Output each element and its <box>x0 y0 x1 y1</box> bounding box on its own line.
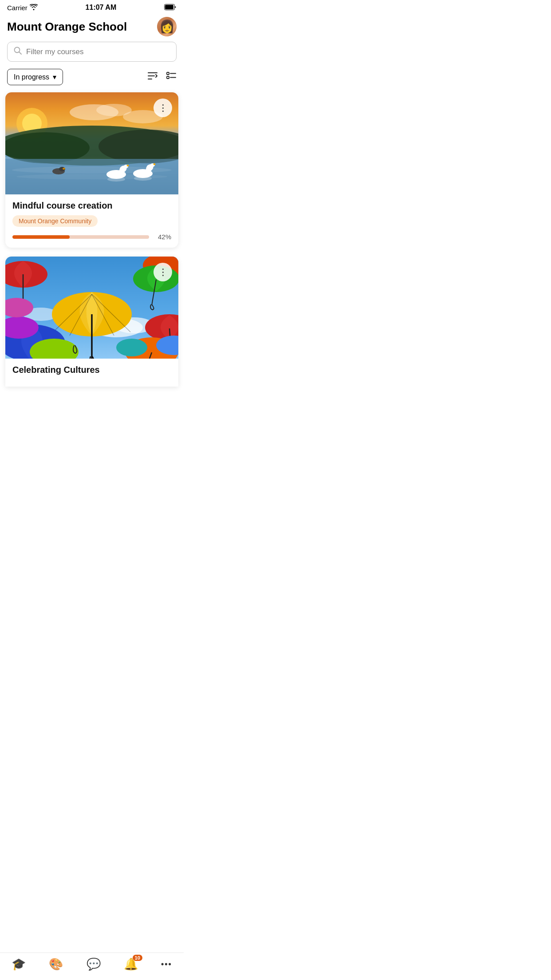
more-options-button-2[interactable]: ⋮ <box>153 263 172 281</box>
progress-bar-background <box>12 235 149 239</box>
svg-line-3 <box>19 52 21 54</box>
svg-point-33 <box>107 177 125 182</box>
main-content: In progress ▾ <box>0 42 184 427</box>
progress-percentage: 42% <box>154 233 171 241</box>
course-title-2: Celebrating Cultures <box>12 365 171 375</box>
more-options-button[interactable]: ⋮ <box>153 99 172 117</box>
search-input[interactable] <box>26 47 170 56</box>
progress-row: 42% <box>12 233 171 241</box>
course-card: ⋮ Mindful course creation Mount Orange C… <box>5 92 178 248</box>
battery-icon <box>164 4 177 12</box>
wifi-icon <box>30 4 38 12</box>
status-left: Carrier <box>7 4 38 12</box>
search-icon <box>14 47 22 57</box>
course-card-2: ⋮ Celebrating Cultures <box>5 257 178 387</box>
course-image-umbrella: ⋮ <box>5 257 178 359</box>
svg-rect-1 <box>165 5 173 9</box>
courses-list: ⋮ Mindful course creation Mount Orange C… <box>0 92 184 387</box>
avatar[interactable] <box>157 17 177 36</box>
progress-bar-fill <box>12 235 70 239</box>
filter-label: In progress <box>14 73 49 81</box>
course-tag: Mount Orange Community <box>12 215 98 227</box>
carrier-label: Carrier <box>7 4 28 12</box>
filter-dropdown[interactable]: In progress ▾ <box>7 69 63 85</box>
sort-icon[interactable] <box>147 71 158 83</box>
svg-rect-9 <box>167 76 169 79</box>
svg-point-29 <box>127 165 129 166</box>
svg-point-32 <box>153 163 156 165</box>
filter-bar: In progress ▾ <box>0 67 184 92</box>
dropdown-arrow-icon: ▾ <box>53 73 56 81</box>
list-icon[interactable] <box>166 71 177 83</box>
page-title: Mount Orange School <box>7 20 127 34</box>
status-bar: Carrier 11:07 AM <box>0 0 184 13</box>
search-bar <box>7 42 177 62</box>
svg-point-59 <box>116 339 147 356</box>
svg-point-34 <box>134 176 152 181</box>
course-image-swan: ⋮ <box>5 92 178 194</box>
svg-rect-7 <box>167 72 169 75</box>
course-title: Mindful course creation <box>12 201 171 211</box>
filter-icons <box>147 71 177 83</box>
header: Mount Orange School <box>0 13 184 42</box>
course-info-2: Celebrating Cultures <box>5 359 178 387</box>
status-time: 11:07 AM <box>86 4 117 12</box>
search-container <box>0 42 184 67</box>
svg-point-26 <box>63 168 65 170</box>
course-info: Mindful course creation Mount Orange Com… <box>5 194 178 248</box>
